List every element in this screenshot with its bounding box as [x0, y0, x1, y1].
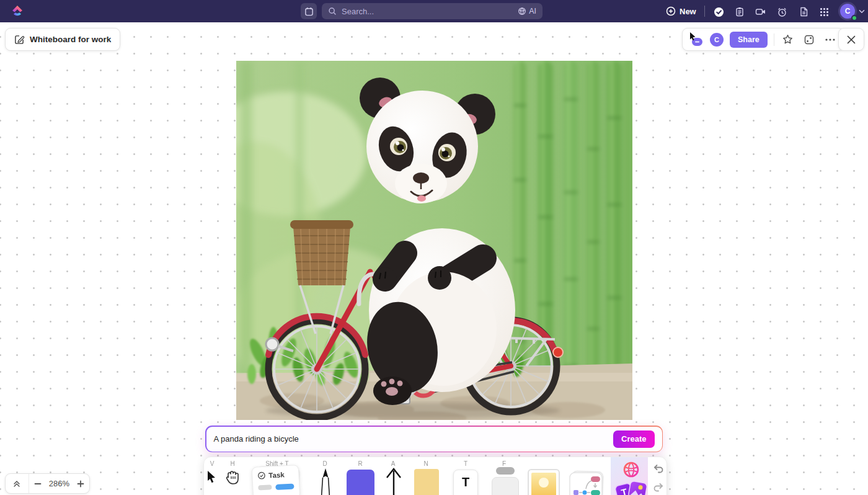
ai-image-tool[interactable]: T	[611, 457, 648, 495]
task-pill-blue	[275, 483, 294, 490]
collaborator-avatar[interactable]: C	[710, 33, 724, 47]
alarm-clock-icon[interactable]	[774, 4, 790, 20]
avatar: C	[838, 2, 857, 20]
search-placeholder: Search...	[342, 7, 518, 16]
shortcut-select: V	[210, 460, 215, 467]
mindmap-icon	[569, 466, 604, 495]
collaborator-cursor-icon	[689, 32, 704, 47]
hand-icon	[225, 470, 240, 486]
redo-button[interactable]	[651, 479, 666, 494]
search-icon	[328, 7, 337, 16]
select-tool[interactable]	[206, 470, 218, 486]
plus-icon	[77, 480, 84, 488]
collapse-toolbar-button[interactable]	[6, 474, 29, 493]
create-button[interactable]: Create	[613, 430, 654, 448]
close-icon	[846, 35, 856, 45]
favorite-star-icon[interactable]	[781, 32, 795, 47]
mindmap-tool[interactable]	[569, 466, 604, 495]
form-pill	[496, 467, 515, 475]
document-icon[interactable]	[795, 4, 812, 20]
online-status-dot	[851, 15, 857, 21]
notepad-icon[interactable]	[732, 4, 748, 20]
image-tool[interactable]	[528, 469, 560, 495]
prompt-input[interactable]: A panda riding a bicycle	[214, 434, 655, 444]
undo-button[interactable]	[651, 461, 666, 476]
image-icon	[528, 469, 560, 495]
search-input[interactable]: Search... AI	[322, 3, 542, 19]
sticky-note-icon	[412, 468, 441, 495]
share-button[interactable]: Share	[730, 32, 768, 48]
undo-icon	[653, 463, 664, 473]
shape-rectangle-tool[interactable]	[347, 470, 374, 495]
zoom-in-button[interactable]	[72, 474, 89, 493]
task-card-label: Task	[268, 471, 285, 479]
form-body	[492, 477, 519, 495]
tasks-check-icon[interactable]	[711, 4, 727, 20]
task-pill-gray	[258, 484, 272, 490]
minus-icon	[34, 480, 42, 488]
shortcut-hand: H	[230, 460, 234, 467]
plus-circle-icon	[666, 6, 676, 16]
shortcut-rect: R	[358, 460, 362, 467]
whiteboard-canvas[interactable]: Whiteboard for work C Share	[0, 22, 868, 495]
whiteboard-toolbar: V H Shift + T D R A N T F Tas	[203, 457, 667, 495]
task-check-icon	[257, 471, 266, 480]
chevron-down-icon	[859, 9, 865, 14]
generated-image[interactable]	[236, 61, 632, 420]
shortcut-draw: D	[322, 460, 327, 467]
text-tool-glyph: T	[462, 475, 469, 489]
user-avatar-menu[interactable]: C	[838, 2, 866, 20]
top-navigation-bar: Search... AI New	[0, 0, 868, 22]
shortcut-text: T	[464, 460, 467, 467]
task-card: Task	[252, 465, 301, 495]
double-chevron-up-icon	[12, 479, 21, 488]
clickup-logo[interactable]	[9, 3, 25, 22]
more-options-icon[interactable]	[823, 32, 838, 47]
new-button[interactable]: New	[662, 4, 700, 19]
ai-prompt-bar: A panda riding a bicycle Create	[205, 426, 663, 452]
board-title: Whiteboard for work	[30, 35, 111, 44]
apps-grid-icon[interactable]	[816, 4, 832, 20]
draw-tool[interactable]	[319, 468, 332, 495]
calendar-icon[interactable]	[301, 3, 317, 19]
arrow-up-icon	[385, 467, 402, 495]
zoom-level[interactable]: 286%	[46, 479, 73, 488]
whiteboard-pen-icon	[14, 34, 25, 45]
redo-icon	[653, 482, 664, 492]
board-actions-bar: C Share	[682, 28, 844, 51]
shortcut-note: N	[423, 460, 428, 467]
cursor-icon	[206, 470, 218, 484]
board-title-pill[interactable]: Whiteboard for work	[5, 28, 120, 51]
zoom-control: 286%	[5, 473, 90, 494]
form-tool[interactable]	[490, 466, 520, 495]
present-dice-icon[interactable]	[802, 32, 817, 47]
zoom-out-button[interactable]	[29, 474, 46, 493]
video-camera-icon[interactable]	[753, 4, 769, 20]
topbar-divider	[704, 6, 705, 17]
text-tool[interactable]: T	[453, 470, 478, 495]
close-board-button[interactable]	[838, 28, 864, 51]
ai-image-tile	[628, 481, 647, 495]
sticky-note-tool[interactable]	[412, 468, 441, 495]
hand-tool[interactable]	[225, 470, 240, 488]
shortcut-arrow: A	[391, 460, 396, 467]
pen-icon	[319, 468, 332, 495]
ai-swirl-icon	[624, 463, 638, 476]
actions-divider	[774, 33, 774, 46]
search-ai-trigger[interactable]: AI	[518, 7, 536, 16]
ai-swirl-icon	[518, 7, 526, 16]
arrow-tool[interactable]	[385, 467, 402, 495]
